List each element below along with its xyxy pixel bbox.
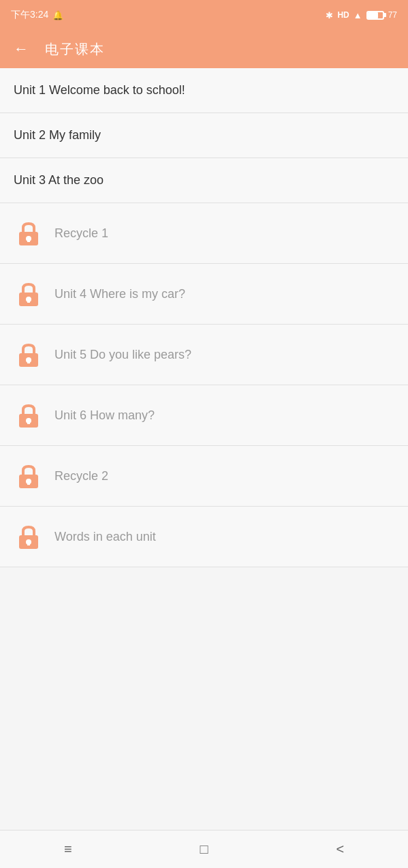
svg-rect-5: [27, 299, 30, 303]
menu-icon[interactable]: ≡: [64, 841, 72, 857]
list-item-unit2[interactable]: Unit 2 My family: [0, 113, 408, 158]
svg-rect-11: [27, 421, 30, 424]
status-bar: 下午3:24 🔔 ✱ HD ▲ 77: [0, 0, 408, 30]
alarm-icon: 🔔: [52, 10, 63, 20]
status-left: 下午3:24 🔔: [11, 9, 63, 21]
item-label: Unit 1 Welcome back to school!: [14, 83, 185, 98]
wifi-icon: ▲: [354, 10, 362, 20]
bluetooth-icon: ✱: [326, 10, 333, 20]
list-item-unit3[interactable]: Unit 3 At the zoo: [0, 158, 408, 203]
item-label: Unit 4 Where is my car?: [54, 287, 185, 301]
lock-icon: [14, 340, 44, 370]
status-right: ✱ HD ▲ 77: [326, 10, 397, 20]
signal-icon: HD: [337, 10, 349, 20]
list-item-recycle1[interactable]: Recycle 1: [0, 203, 408, 264]
svg-rect-14: [27, 481, 30, 485]
item-label: Recycle 1: [54, 226, 108, 241]
back-button[interactable]: ←: [14, 40, 29, 58]
header: ← 电子课本: [0, 30, 408, 68]
item-label: Unit 3 At the zoo: [14, 173, 104, 188]
lock-icon: [14, 279, 44, 309]
lock-icon: [14, 461, 44, 491]
lock-icon: [14, 218, 44, 248]
content-list: Unit 1 Welcome back to school!Unit 2 My …: [0, 68, 408, 830]
list-item-recycle2[interactable]: Recycle 2: [0, 446, 408, 507]
item-label: Unit 2 My family: [14, 128, 101, 143]
nav-bar: ≡ □ <: [0, 830, 408, 868]
list-item-words[interactable]: Words in each unit: [0, 507, 408, 567]
status-time: 下午3:24: [11, 9, 48, 21]
list-item-unit4[interactable]: Unit 4 Where is my car?: [0, 264, 408, 325]
item-label: Unit 5 Do you like pears?: [54, 348, 191, 362]
svg-rect-17: [27, 542, 30, 545]
lock-icon: [14, 400, 44, 430]
svg-rect-8: [27, 360, 30, 363]
home-icon[interactable]: □: [200, 841, 208, 857]
lock-icon: [14, 522, 44, 552]
item-label: Unit 6 How many?: [54, 408, 155, 423]
battery-indicator: [366, 11, 384, 20]
item-label: Recycle 2: [54, 469, 108, 483]
battery-percent: 77: [388, 10, 397, 20]
back-nav-icon[interactable]: <: [336, 841, 344, 857]
list-item-unit5[interactable]: Unit 5 Do you like pears?: [0, 325, 408, 385]
svg-rect-2: [27, 239, 30, 242]
item-label: Words in each unit: [54, 530, 156, 544]
list-item-unit6[interactable]: Unit 6 How many?: [0, 385, 408, 446]
header-title: 电子课本: [45, 40, 105, 59]
list-item-unit1[interactable]: Unit 1 Welcome back to school!: [0, 68, 408, 113]
